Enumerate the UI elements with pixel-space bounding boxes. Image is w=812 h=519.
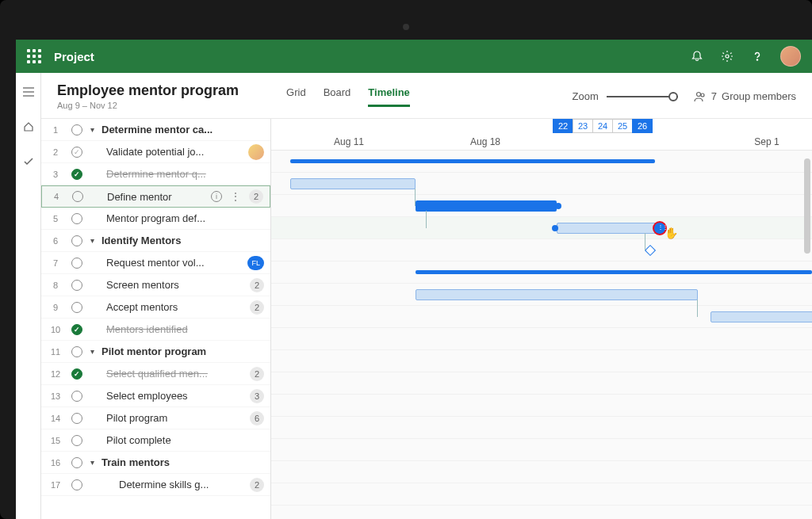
gantt-bar[interactable] — [557, 223, 660, 234]
task-checkbox[interactable] — [71, 147, 82, 158]
gantt-row[interactable] — [271, 239, 812, 261]
task-checkbox[interactable] — [71, 435, 82, 446]
task-count-badge: 2 — [250, 478, 264, 492]
vertical-scrollbar[interactable] — [804, 158, 810, 254]
task-row[interactable]: 5Mentor program def... — [41, 208, 270, 230]
gantt-bar[interactable] — [290, 178, 416, 189]
chevron-down-icon[interactable]: ▾ — [90, 347, 98, 356]
task-row[interactable]: 17Determine skills g...2 — [41, 474, 270, 496]
group-members-button[interactable]: 7 Group members — [694, 90, 796, 103]
task-checkbox[interactable] — [71, 346, 82, 357]
gantt-row[interactable] — [271, 439, 812, 461]
menu-icon[interactable] — [16, 81, 41, 103]
task-checkbox[interactable] — [71, 169, 82, 180]
task-checkbox[interactable] — [71, 280, 82, 291]
task-row[interactable]: 3Determine mentor q... — [41, 163, 270, 185]
task-number: 14 — [48, 414, 63, 423]
gantt-bar[interactable] — [416, 200, 557, 212]
task-checkbox[interactable] — [71, 391, 82, 402]
task-row[interactable]: 10Mentors identified — [41, 319, 270, 341]
task-row[interactable]: 11▾Pilot mentor program — [41, 341, 270, 363]
task-number: 11 — [48, 347, 63, 357]
project-header: Employee mentor program Aug 9 – Nov 12 G… — [41, 73, 812, 119]
task-row[interactable]: 9Accept mentors2 — [41, 296, 270, 319]
task-row[interactable]: 6▾Identify Mentors — [41, 230, 270, 252]
task-row[interactable]: 14Pilot program6 — [41, 407, 270, 429]
dependency-line — [645, 233, 645, 250]
info-icon[interactable]: i — [211, 191, 222, 202]
gantt-row[interactable] — [271, 306, 812, 328]
task-checkbox[interactable] — [71, 479, 82, 490]
task-checkbox[interactable] — [71, 324, 82, 335]
gantt-row[interactable] — [271, 261, 812, 284]
task-checkbox[interactable] — [71, 368, 82, 380]
gantt-row[interactable]: ✋ — [271, 217, 812, 239]
task-row[interactable]: 15Pilot complete — [41, 429, 270, 452]
zoom-slider[interactable] — [607, 96, 678, 97]
task-row[interactable]: 12Select qualified men...2 — [41, 363, 270, 385]
task-count-badge: 2 — [250, 300, 264, 315]
home-icon[interactable] — [16, 116, 41, 138]
chevron-down-icon[interactable]: ▾ — [90, 458, 98, 467]
chevron-down-icon[interactable]: ▾ — [90, 236, 98, 245]
task-checkbox[interactable] — [71, 413, 82, 424]
gantt-row[interactable] — [271, 461, 812, 483]
task-number: 2 — [48, 147, 63, 157]
task-name: Define mentor — [91, 191, 208, 203]
tab-timeline[interactable]: Timeline — [368, 86, 410, 107]
task-row[interactable]: 4Define mentori⋮2 — [41, 185, 270, 208]
gantt-row[interactable] — [271, 483, 812, 506]
task-checkbox[interactable] — [71, 258, 82, 269]
tab-grid[interactable]: Grid — [286, 86, 306, 107]
task-name: Accept mentors — [90, 301, 247, 313]
user-avatar[interactable] — [780, 46, 801, 67]
gantt-row[interactable] — [271, 151, 812, 173]
gantt-row[interactable] — [271, 328, 812, 350]
dependency-marker — [552, 225, 558, 231]
gantt-row[interactable] — [271, 395, 812, 417]
chevron-down-icon[interactable]: ▾ — [90, 125, 98, 134]
task-checkbox[interactable] — [71, 124, 82, 135]
check-icon[interactable] — [16, 151, 41, 173]
app-launcher-icon[interactable] — [27, 49, 41, 63]
help-icon[interactable] — [750, 49, 764, 63]
gantt-row[interactable] — [271, 372, 812, 395]
dependency-marker — [555, 203, 561, 209]
assignee-avatar[interactable] — [248, 144, 264, 160]
task-checkbox[interactable] — [72, 191, 83, 202]
notifications-icon[interactable] — [690, 49, 704, 63]
gantt-bar[interactable] — [416, 270, 812, 274]
task-row[interactable]: 1▾Determine mentor ca... — [41, 119, 270, 141]
task-row[interactable]: 2Validate potential jo... — [41, 141, 270, 163]
gantt-chart[interactable]: Aug 11Aug 18Sep 1Aug3dAug2223242526 ✋ — [271, 119, 812, 519]
gantt-row[interactable] — [271, 506, 812, 519]
task-name: Validate potential jo... — [90, 146, 245, 158]
date-range-picker[interactable]: Aug3dAug2223242526 — [553, 119, 653, 133]
task-checkbox[interactable] — [71, 213, 82, 224]
task-row[interactable]: 13Select employees3 — [41, 385, 270, 407]
zoom-label: Zoom — [573, 90, 599, 102]
task-row[interactable]: 7Request mentor vol...FL — [41, 252, 270, 274]
task-row[interactable]: 8Screen mentors2 — [41, 274, 270, 296]
tab-board[interactable]: Board — [324, 86, 351, 107]
task-number: 4 — [48, 192, 64, 201]
gantt-bar[interactable] — [710, 311, 812, 322]
gantt-row[interactable] — [271, 195, 812, 217]
task-name: Determine mentor ca... — [102, 124, 264, 135]
task-number: 6 — [48, 236, 63, 246]
task-checkbox[interactable] — [71, 235, 82, 246]
gantt-row[interactable] — [271, 417, 812, 439]
settings-icon[interactable] — [720, 49, 734, 63]
task-row[interactable]: 16▾Train mentors — [41, 452, 270, 474]
gantt-row[interactable] — [271, 284, 812, 306]
more-icon[interactable]: ⋮ — [230, 190, 241, 203]
task-checkbox[interactable] — [71, 457, 82, 468]
gantt-row[interactable] — [271, 173, 812, 195]
app-header: Project — [16, 40, 812, 73]
gantt-row[interactable] — [271, 350, 812, 372]
task-number: 12 — [48, 369, 63, 379]
assignee-badge[interactable]: FL — [247, 256, 264, 270]
gantt-bar[interactable] — [290, 159, 655, 163]
task-checkbox[interactable] — [71, 302, 82, 313]
gantt-bar[interactable] — [416, 289, 698, 300]
